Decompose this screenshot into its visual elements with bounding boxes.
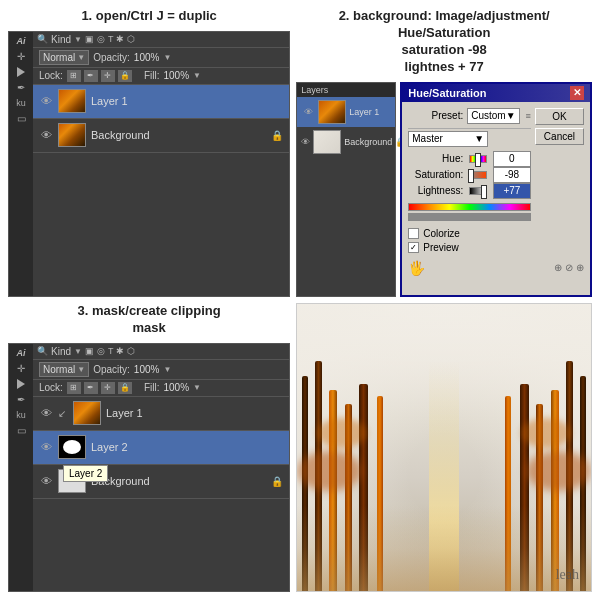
step3-l1-eye[interactable]: 👁: [39, 407, 53, 419]
step1-layer-1[interactable]: 👁 Layer 1: [33, 85, 289, 119]
step3-opacity-arrow[interactable]: ▼: [163, 365, 171, 374]
step1-search-row: 🔍 Kind ▼ ▣ ◎ T ✱ ⬡: [33, 32, 289, 48]
step2-title: 2. background: Image/adjustment/ Hue/Sat…: [296, 8, 592, 76]
hue-slider-container: [469, 155, 487, 163]
preset-value: Custom: [471, 110, 505, 121]
colorize-label: Colorize: [423, 228, 460, 239]
step3-bg-name: Background: [91, 475, 266, 487]
colorize-checkbox[interactable]: [408, 228, 419, 239]
step3-l1-thumb: [73, 401, 101, 425]
step3-l2-name: Layer 2: [91, 441, 283, 453]
lock-icon-2[interactable]: ✒: [84, 70, 98, 82]
cancel-button[interactable]: Cancel: [535, 128, 584, 145]
dialog-titlebar: Hue/Saturation ✕: [402, 84, 590, 102]
play-icon[interactable]: [17, 67, 25, 77]
hue-slider[interactable]: [469, 155, 487, 163]
signature: leah: [556, 567, 579, 583]
step3-lock-4[interactable]: 🔒: [118, 382, 132, 394]
light-label: Lightness:: [408, 185, 463, 196]
step2-layer-1[interactable]: 👁 Layer 1: [297, 97, 395, 127]
sat-label: Saturation:: [408, 169, 463, 180]
step3-l2-eye[interactable]: 👁: [39, 441, 53, 453]
step3-fi-1[interactable]: ▣: [85, 346, 94, 356]
kind-arrow[interactable]: ▼: [74, 35, 82, 44]
dialog-close-button[interactable]: ✕: [570, 86, 584, 100]
step2-layer1-name: Layer 1: [349, 107, 391, 117]
step2-layer1-eye[interactable]: 👁: [301, 107, 315, 117]
preview-checkbox[interactable]: [408, 242, 419, 253]
ku-icon[interactable]: ku: [16, 98, 26, 108]
preset-label: Preset:: [408, 110, 463, 121]
step3-play-icon[interactable]: [17, 379, 25, 389]
step1-mode-dropdown[interactable]: Normal ▼: [39, 50, 89, 65]
step2-bg-thumb: [313, 130, 341, 154]
lock-icon-3[interactable]: ✛: [101, 70, 115, 82]
step3-fi-5[interactable]: ⬡: [127, 346, 135, 356]
step2-thumb-bg: [314, 131, 340, 153]
step2-background[interactable]: 👁 Background 🔒: [297, 127, 395, 157]
step3-move-icon[interactable]: ✛: [17, 363, 25, 374]
preset-row: Preset: Custom ▼ ≡: [408, 108, 531, 129]
step3-layer-1[interactable]: 👁 ↙ Layer 1: [33, 397, 289, 431]
step3-brush-icon[interactable]: ✒: [17, 394, 25, 405]
sat-input[interactable]: -98: [493, 167, 531, 183]
step2-thumb1: [319, 101, 345, 123]
preset-icon[interactable]: ≡: [526, 111, 531, 121]
bg-thumb-image: [59, 124, 85, 146]
bottom-icon-2[interactable]: ⊘: [565, 262, 573, 273]
filter-icon-4[interactable]: ✱: [116, 34, 124, 44]
step3-rect-icon[interactable]: ▭: [17, 425, 26, 436]
bottom-icons: ⊕ ⊘ ⊕: [554, 262, 584, 273]
preset-dropdown[interactable]: Custom ▼: [467, 108, 519, 124]
lock-icon-4[interactable]: 🔒: [118, 70, 132, 82]
filter-icon-5[interactable]: ⬡: [127, 34, 135, 44]
step3-bg-eye[interactable]: 👁: [39, 475, 53, 487]
filter-icon-2[interactable]: ◎: [97, 34, 105, 44]
filter-icon-1[interactable]: ▣: [85, 34, 94, 44]
brush-icon[interactable]: ✒: [17, 82, 25, 93]
opacity-arrow[interactable]: ▼: [163, 53, 171, 62]
layer1-thumb-image: [59, 90, 85, 112]
step3-fi-3[interactable]: T: [108, 346, 114, 356]
mask-center: [63, 440, 81, 454]
light-slider[interactable]: [469, 187, 487, 195]
step3-bg-lock: 🔒: [271, 476, 283, 487]
channel-value: Master: [412, 133, 443, 144]
rect-icon[interactable]: ▭: [17, 113, 26, 124]
bg-eye-icon[interactable]: 👁: [39, 129, 53, 141]
bottom-icon-1[interactable]: ⊕: [554, 262, 562, 273]
step2-layers-panel: Layers 👁 Layer 1 👁 Background 🔒: [296, 82, 396, 297]
filter-icon-3[interactable]: T: [108, 34, 114, 44]
hand-icon[interactable]: 🖐: [408, 260, 425, 276]
dialog-controls: Preset: Custom ▼ ≡ Master: [408, 108, 531, 221]
step3-lock-1[interactable]: ⊞: [67, 382, 81, 394]
step1-background[interactable]: 👁 Background 🔒: [33, 119, 289, 153]
move-icon[interactable]: ✛: [17, 51, 25, 62]
step3-layer-2[interactable]: 👁 Layer 2 Layer 2: [33, 431, 289, 465]
step2-bg-eye[interactable]: 👁: [301, 137, 310, 147]
bottom-icon-3[interactable]: ⊕: [576, 262, 584, 273]
fill-arrow[interactable]: ▼: [193, 71, 201, 80]
light-input[interactable]: +77: [493, 183, 531, 199]
quadrant-1: 1. open/Ctrl J = duplic Ai ✛ ✒ ku ▭ 🔍 Ki…: [8, 8, 290, 297]
step3-lock-row: Lock: ⊞ ✒ ✛ 🔒 Fill: 100% ▼: [33, 380, 289, 397]
layer1-eye-icon[interactable]: 👁: [39, 95, 53, 107]
result-image: leah: [296, 303, 592, 592]
step3-fi-4[interactable]: ✱: [116, 346, 124, 356]
lock-icon-1[interactable]: ⊞: [67, 70, 81, 82]
step3-fill-arrow[interactable]: ▼: [193, 383, 201, 392]
channel-dropdown[interactable]: Master ▼: [408, 131, 488, 147]
step3-lock-3[interactable]: ✛: [101, 382, 115, 394]
ground: [297, 505, 591, 591]
step3-ku-icon[interactable]: ku: [16, 410, 26, 420]
step3-kind-arrow[interactable]: ▼: [74, 347, 82, 356]
step3-mode-dropdown[interactable]: Normal ▼: [39, 362, 89, 377]
quadrant-4: leah: [296, 303, 592, 592]
kind-label: Kind: [51, 34, 71, 45]
hue-input[interactable]: 0: [493, 151, 531, 167]
step3-lock-2[interactable]: ✒: [84, 382, 98, 394]
step3-fi-2[interactable]: ◎: [97, 346, 105, 356]
ok-button[interactable]: OK: [535, 108, 584, 125]
sat-slider[interactable]: [469, 171, 487, 179]
step3-lock-icons: ⊞ ✒ ✛ 🔒: [67, 382, 132, 394]
